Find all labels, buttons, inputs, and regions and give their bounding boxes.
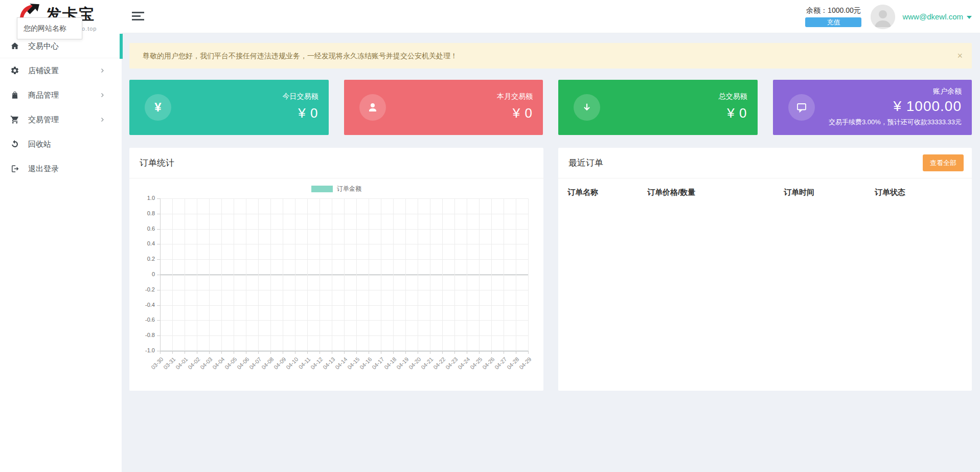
- sidebar-item-trade-management[interactable]: 交易管理: [0, 107, 122, 132]
- gridline-vertical: [418, 198, 418, 351]
- stat-label: 总交易额: [719, 92, 747, 101]
- gridline-vertical: [467, 198, 467, 351]
- balance-block: 余额：1000.00元 充值: [805, 6, 861, 27]
- cart-icon: [10, 115, 19, 124]
- bag-icon: [10, 91, 19, 100]
- x-axis-tick: [467, 351, 467, 354]
- stat-card-balance: 账户余额 ¥ 1000.00 交易手续费3.00%，预计还可收款33333.33…: [773, 80, 972, 135]
- chart-legend[interactable]: 订单金额: [129, 185, 543, 193]
- order-stats-panel: 订单统计 订单金额 1.00.80.60.40.20-0.2-0.4-0.6-0…: [129, 148, 543, 391]
- y-axis-label: 0.2: [131, 256, 155, 262]
- panel-title: 最近订单: [558, 148, 972, 178]
- recent-orders-panel: 最近订单 查看全部 订单名称 订单价格/数量 订单时间 订单状态: [558, 148, 972, 391]
- x-axis-tick: [479, 351, 480, 354]
- gridline-vertical: [209, 198, 210, 351]
- topbar: 余额：1000.00元 充值 www@dkewl.com: [122, 0, 980, 33]
- stat-value: ¥ 0: [727, 105, 747, 121]
- order-chart: 订单金额 1.00.80.60.40.20-0.2-0.4-0.6-0.8-1.…: [129, 178, 543, 390]
- x-axis-tick: [504, 351, 504, 354]
- x-axis-tick: [234, 351, 234, 354]
- sidebar-item-label: 交易管理: [28, 107, 59, 132]
- caret-down-icon: [967, 16, 972, 19]
- gridline-vertical: [197, 198, 197, 351]
- stat-card-month: 本月交易额 ¥ 0: [344, 80, 543, 135]
- x-axis-tick: [295, 351, 295, 354]
- stat-subtext: 交易手续费3.00%，预计还可收款33333.33元: [829, 118, 962, 127]
- chevron-right-icon: [99, 68, 105, 74]
- user-email-dropdown[interactable]: www@dkewl.com: [902, 12, 972, 21]
- x-axis-tick: [369, 351, 369, 354]
- close-icon[interactable]: ×: [957, 43, 963, 69]
- x-axis-tick: [320, 351, 320, 354]
- y-axis-label: 0.8: [131, 210, 155, 216]
- x-axis-tick: [160, 351, 161, 354]
- stat-label: 今日交易额: [283, 92, 318, 101]
- gridline-vertical: [234, 198, 234, 351]
- sidebar-item-recycle-bin[interactable]: 回收站: [0, 132, 122, 156]
- balance-text: 余额：1000.00元: [805, 6, 861, 15]
- y-axis-label: -1.0: [131, 347, 155, 353]
- gridline-vertical: [430, 198, 430, 351]
- avatar[interactable]: [871, 5, 895, 29]
- view-all-button[interactable]: 查看全部: [923, 154, 964, 171]
- stat-value: ¥ 1000.00: [893, 98, 962, 115]
- x-axis-tick: [258, 351, 259, 354]
- sidebar-item-shop-settings[interactable]: 店铺设置: [0, 58, 122, 83]
- notice-text: 尊敬的用户您好，我们平台不接任何违法违规业务，一经发现将永久冻结账号并提交公安机…: [143, 52, 458, 60]
- sidebar-nav: 交易中心 店铺设置 商品管理: [0, 34, 122, 181]
- sidebar-item-label: 回收站: [28, 132, 51, 156]
- gridline-vertical: [405, 198, 406, 351]
- legend-swatch: [311, 186, 333, 192]
- sidebar-item-logout[interactable]: 退出登录: [0, 156, 122, 181]
- notice-banner: 尊敬的用户您好，我们平台不接任何违法违规业务，一经发现将永久冻结账号并提交公安机…: [129, 43, 972, 69]
- y-axis-label: 1.0: [131, 195, 155, 201]
- gridline-vertical: [344, 198, 345, 351]
- hamburger-menu-icon[interactable]: [132, 12, 144, 21]
- x-axis-tick: [442, 351, 443, 354]
- x-axis-tick: [491, 351, 492, 354]
- gridline-vertical: [332, 198, 332, 351]
- gridline-vertical: [221, 198, 222, 351]
- x-axis-tick: [283, 351, 283, 354]
- x-axis-tick: [246, 351, 246, 354]
- panels-row: 订单统计 订单金额 1.00.80.60.40.20-0.2-0.4-0.6-0…: [129, 148, 972, 391]
- y-axis-label: -0.8: [131, 332, 155, 338]
- gridline-vertical: [270, 198, 271, 351]
- gridline-vertical: [369, 198, 369, 351]
- x-axis-tick: [221, 351, 222, 354]
- gridline-vertical: [442, 198, 443, 351]
- column-header: 订单时间: [784, 178, 875, 205]
- stat-cards: ¥ 今日交易额 ¥ 0 本月交易额 ¥ 0: [129, 80, 972, 135]
- panel-title: 订单统计: [129, 148, 543, 178]
- recycle-icon: [10, 140, 19, 149]
- logo-domain: o.top: [82, 26, 97, 32]
- y-axis-label: -0.6: [131, 317, 155, 323]
- gridline-vertical: [307, 198, 308, 351]
- chat-bubble-icon: [788, 94, 815, 121]
- sidebar-item-label: 退出登录: [28, 156, 59, 181]
- x-axis-tick: [209, 351, 210, 354]
- sidebar-item-label: 商品管理: [28, 83, 59, 107]
- sidebar-item-product-management[interactable]: 商品管理: [0, 83, 122, 107]
- orders-table: 订单名称 订单价格/数量 订单时间 订单状态: [558, 178, 972, 205]
- chevron-right-icon: [99, 117, 105, 123]
- y-axis-label: -0.2: [131, 286, 155, 293]
- stat-value: ¥ 0: [298, 105, 318, 121]
- gridline-vertical: [491, 198, 492, 351]
- home-icon: [10, 41, 19, 51]
- yen-icon: ¥: [145, 94, 171, 121]
- gridline-vertical: [381, 198, 381, 351]
- user-email: www@dkewl.com: [902, 12, 963, 21]
- topbar-right: 余额：1000.00元 充值 www@dkewl.com: [805, 0, 972, 33]
- gear-icon: [10, 66, 19, 75]
- x-axis-tick: [197, 351, 197, 354]
- gridline-vertical: [516, 198, 516, 351]
- x-axis-tick: [393, 351, 394, 354]
- recharge-button[interactable]: 充值: [805, 17, 861, 27]
- merchant-dashboard: 发卡宝 o.top 交易中心 店铺设置: [0, 0, 980, 472]
- gridline-vertical: [528, 198, 529, 351]
- arrow-down-icon: [574, 94, 600, 121]
- gridline-vertical: [356, 198, 357, 351]
- stat-card-total: 总交易额 ¥ 0: [558, 80, 758, 135]
- gridline-vertical: [172, 198, 173, 351]
